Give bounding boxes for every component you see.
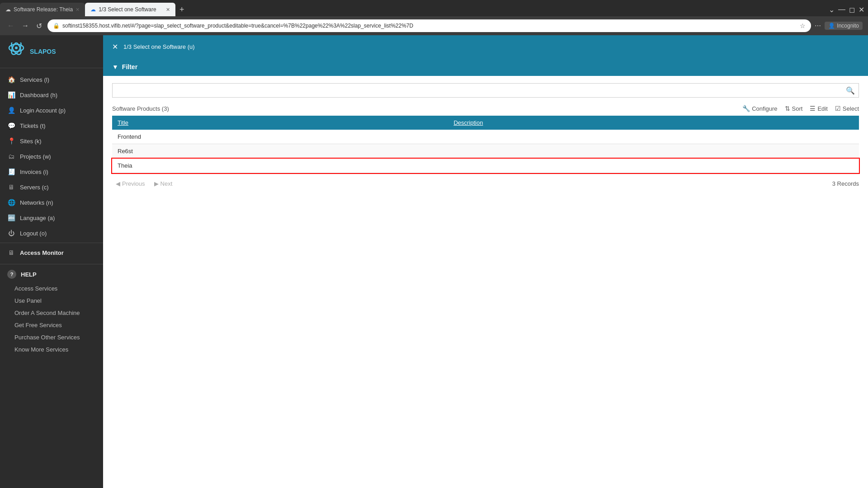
search-input[interactable] bbox=[113, 87, 842, 94]
sidebar-item-login[interactable]: 👤 Login Account (p) bbox=[0, 103, 103, 118]
select-button[interactable]: ☑ Select bbox=[835, 105, 859, 112]
help-icon: ? bbox=[7, 270, 16, 279]
sidebar-item-language[interactable]: 🔤 Language (a) bbox=[0, 210, 103, 225]
address-bar: ← → ↺ 🔒 softinst158355.host.vifib.net/#/… bbox=[0, 16, 868, 35]
sort-button[interactable]: ⇅ Sort bbox=[785, 105, 803, 112]
col-header-description: Description bbox=[448, 116, 859, 130]
sidebar-item-logout[interactable]: ⏻ Logout (o) bbox=[0, 225, 103, 241]
sidebar-item-use-panel[interactable]: Use Panel bbox=[0, 295, 103, 307]
prev-chevron-icon: ◀ bbox=[116, 180, 120, 187]
sidebar-label-networks: Networks (n) bbox=[20, 199, 53, 206]
order-machine-label: Order A Second Machine bbox=[14, 310, 80, 316]
back-button[interactable]: ← bbox=[5, 20, 16, 32]
slapos-logo bbox=[7, 42, 25, 61]
servers-icon: 🖥 bbox=[7, 183, 15, 191]
cell-desc-frontend bbox=[448, 130, 859, 144]
sidebar-label-logout: Logout (o) bbox=[20, 230, 47, 237]
sort-icon: ⇅ bbox=[785, 105, 790, 112]
next-button[interactable]: ▶ Next bbox=[151, 178, 176, 189]
new-tab-button[interactable]: + bbox=[175, 3, 188, 16]
table-header-row: Title Description bbox=[112, 116, 859, 130]
tab-list-icon[interactable]: ⌄ bbox=[829, 5, 835, 14]
sidebar-section-access: 🖥 Access Monitor bbox=[0, 243, 103, 262]
sidebar-item-help-header: ? HELP bbox=[0, 266, 103, 282]
main-content: ✕ 1/3 Select one Software (u) ▼ Filter 🔍… bbox=[103, 35, 868, 488]
incognito-button: 👤 Incognito bbox=[825, 22, 863, 30]
sidebar-item-servers[interactable]: 🖥 Servers (c) bbox=[0, 179, 103, 195]
sidebar-label-access-monitor: Access Monitor bbox=[20, 249, 64, 256]
sidebar-item-access-monitor[interactable]: 🖥 Access Monitor bbox=[0, 245, 103, 260]
filter-icon: ▼ bbox=[112, 63, 118, 70]
sidebar-label-dashboard: Dashboard (h) bbox=[20, 92, 57, 99]
table-row[interactable]: Re6st bbox=[112, 144, 859, 159]
sidebar-item-projects[interactable]: 🗂 Projects (w) bbox=[0, 149, 103, 164]
sidebar-item-services[interactable]: 🏠 Services (l) bbox=[0, 72, 103, 87]
cell-title-frontend: Frontend bbox=[112, 130, 448, 144]
search-button[interactable]: 🔍 bbox=[842, 86, 859, 95]
filter-bar[interactable]: ▼ Filter bbox=[103, 58, 868, 76]
sidebar-nav: 🏠 Services (l) 📊 Dashboard (h) 👤 Login A… bbox=[0, 68, 103, 488]
sidebar-item-access-services[interactable]: Access Services bbox=[0, 282, 103, 295]
projects-icon: 🗂 bbox=[7, 152, 15, 160]
data-table: Title Description Frontend Re6st bbox=[112, 116, 859, 173]
select-label: Select bbox=[843, 105, 859, 112]
bookmark-icon[interactable]: ☆ bbox=[800, 22, 806, 29]
sidebar-label-login: Login Account (p) bbox=[20, 107, 66, 114]
sidebar-item-get-free[interactable]: Get Free Services bbox=[0, 319, 103, 331]
sidebar-item-invoices[interactable]: 🧾 Invoices (i) bbox=[0, 164, 103, 179]
access-monitor-icon: 🖥 bbox=[7, 249, 15, 257]
dialog-close-button[interactable]: ✕ bbox=[112, 42, 118, 51]
browser-chrome: ☁ Software Release: Theia ✕ ☁ 1/3 Select… bbox=[0, 0, 868, 35]
tab-select-software[interactable]: ☁ 1/3 Select one Software ✕ bbox=[85, 3, 175, 16]
svg-point-3 bbox=[15, 47, 18, 49]
url-bar[interactable]: 🔒 softinst158355.host.vifib.net/#/?page=… bbox=[47, 19, 811, 32]
content-header: ✕ 1/3 Select one Software (u) bbox=[103, 35, 868, 58]
configure-icon: 🔧 bbox=[742, 105, 750, 112]
sidebar-label-sites: Sites (k) bbox=[20, 138, 42, 145]
sidebar-item-tickets[interactable]: 💬 Tickets (t) bbox=[0, 118, 103, 133]
select-icon: ☑ bbox=[835, 105, 841, 112]
incognito-icon: 👤 bbox=[828, 23, 835, 29]
sidebar-item-purchase-other[interactable]: Purchase Other Services bbox=[0, 331, 103, 343]
sidebar-item-order-machine[interactable]: Order A Second Machine bbox=[0, 307, 103, 319]
next-chevron-icon: ▶ bbox=[154, 180, 159, 187]
sites-icon: 📍 bbox=[7, 137, 15, 145]
sidebar-item-sites[interactable]: 📍 Sites (k) bbox=[0, 133, 103, 149]
table-row[interactable]: Frontend bbox=[112, 130, 859, 144]
reload-button[interactable]: ↺ bbox=[34, 20, 44, 32]
edit-button[interactable]: ☰ Edit bbox=[810, 105, 827, 112]
tab-label-1: Software Release: Theia bbox=[14, 6, 73, 13]
sidebar-label-services: Services (l) bbox=[20, 76, 49, 83]
sidebar-section-help: ? HELP Access Services Use Panel Order A… bbox=[0, 264, 103, 357]
window-close-icon[interactable]: ✕ bbox=[859, 5, 864, 14]
sort-title-link[interactable]: Title bbox=[118, 119, 128, 126]
language-icon: 🔤 bbox=[7, 214, 15, 222]
lock-icon: 🔒 bbox=[53, 23, 60, 29]
sidebar-item-know-more[interactable]: Know More Services bbox=[0, 343, 103, 356]
products-count: Software Products (3) bbox=[112, 105, 742, 112]
tab-close-1[interactable]: ✕ bbox=[75, 7, 80, 13]
tab-overflow: ⌄ — ◻ ✕ bbox=[829, 5, 868, 14]
use-panel-label: Use Panel bbox=[14, 297, 42, 304]
sort-description-link[interactable]: Description bbox=[453, 119, 483, 126]
sidebar-item-networks[interactable]: 🌐 Networks (n) bbox=[0, 195, 103, 210]
services-icon: 🏠 bbox=[7, 75, 15, 84]
table-row-selected[interactable]: Theia bbox=[112, 159, 859, 173]
filter-label: Filter bbox=[122, 63, 137, 70]
know-more-label: Know More Services bbox=[14, 346, 68, 353]
configure-label: Configure bbox=[752, 105, 777, 112]
sidebar-item-dashboard[interactable]: 📊 Dashboard (h) bbox=[0, 87, 103, 103]
forward-button[interactable]: → bbox=[20, 20, 31, 32]
purchase-other-label: Purchase Other Services bbox=[14, 334, 80, 341]
search-row: 🔍 bbox=[112, 83, 859, 98]
tab-software-release[interactable]: ☁ Software Release: Theia ✕ bbox=[0, 3, 85, 16]
next-label: Next bbox=[160, 180, 173, 187]
extensions-icon[interactable]: ⋯ bbox=[815, 22, 821, 29]
restore-icon[interactable]: ◻ bbox=[849, 5, 855, 14]
configure-button[interactable]: 🔧 Configure bbox=[742, 105, 777, 112]
previous-button[interactable]: ◀ Previous bbox=[112, 178, 149, 189]
logo-text: SLAPOS bbox=[30, 48, 56, 55]
sidebar-label-language: Language (a) bbox=[20, 215, 55, 221]
minimize-icon[interactable]: — bbox=[838, 5, 845, 14]
tab-close-2[interactable]: ✕ bbox=[166, 7, 170, 13]
